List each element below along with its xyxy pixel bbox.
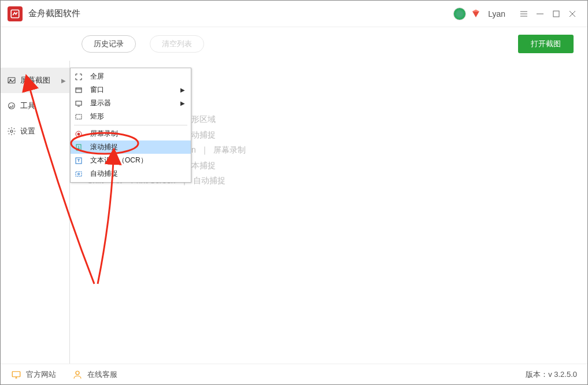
- title-bar: 金舟截图软件 Lyan: [1, 1, 587, 27]
- svg-point-18: [77, 133, 80, 135]
- auto-icon: [75, 171, 84, 177]
- menu-button[interactable]: [516, 6, 532, 22]
- submenu-label: 屏幕录制: [90, 129, 118, 139]
- scroll-icon: [75, 144, 84, 151]
- monitor-icon: [75, 100, 84, 107]
- online-service-link[interactable]: 在线客服: [72, 369, 117, 380]
- chevron-right-icon: ▶: [61, 77, 66, 84]
- app-logo: [8, 6, 23, 21]
- submenu-label: 自动捕捉: [90, 169, 118, 179]
- app-title: 金舟截图软件: [28, 8, 80, 19]
- submenu-scroll-capture[interactable]: 滚动捕捉: [71, 140, 191, 154]
- submenu-fullscreen[interactable]: 全屏: [71, 70, 191, 83]
- record-icon: [75, 131, 84, 138]
- sidebar-item-tools[interactable]: 工具: [1, 93, 69, 119]
- submenu-label: 矩形: [90, 112, 104, 121]
- svg-point-11: [10, 130, 13, 132]
- menu-separator: [74, 125, 187, 125]
- user-avatar[interactable]: [453, 8, 466, 20]
- minimize-button[interactable]: [532, 6, 548, 22]
- submenu-label: 滚动捕捉: [90, 142, 118, 152]
- svg-rect-5: [553, 11, 559, 17]
- submenu-label: 文本识别（OCR）: [90, 156, 147, 165]
- svg-point-27: [76, 371, 79, 375]
- sidebar-item-settings[interactable]: 设置: [1, 119, 69, 144]
- svg-rect-21: [76, 172, 82, 176]
- username-label[interactable]: Lyan: [488, 9, 505, 18]
- window-icon: [75, 87, 84, 94]
- clear-list-button: 清空列表: [150, 35, 204, 53]
- submenu-ocr[interactable]: 文本识别（OCR）: [71, 154, 191, 167]
- wrench-icon: [6, 101, 17, 110]
- history-button[interactable]: 历史记录: [82, 35, 136, 53]
- maximize-button[interactable]: [548, 6, 564, 22]
- close-button[interactable]: [564, 6, 580, 22]
- submenu-rectangle[interactable]: 矩形: [71, 110, 191, 123]
- submenu-label: 全屏: [90, 72, 104, 82]
- submenu-label: 显示器: [90, 98, 111, 108]
- open-capture-button[interactable]: 打开截图: [518, 35, 574, 53]
- sidebar-item-label: 工具: [20, 101, 35, 111]
- sidebar: 屏幕截图 ▶ 工具 设置: [1, 61, 70, 364]
- fullscreen-icon: [75, 73, 84, 80]
- chevron-right-icon: ▶: [180, 87, 185, 93]
- submenu-record[interactable]: 屏幕录制: [71, 127, 191, 140]
- gear-icon: [6, 127, 17, 136]
- svg-point-22: [78, 173, 80, 175]
- official-site-link[interactable]: 官方网站: [11, 369, 56, 380]
- diamond-icon[interactable]: [471, 9, 481, 19]
- svg-rect-16: [76, 114, 82, 119]
- rectangle-icon: [75, 113, 84, 120]
- sidebar-item-label: 屏幕截图: [20, 75, 50, 86]
- submenu-label: 窗口: [90, 85, 104, 95]
- toolbar: 历史记录 清空列表 打开截图: [1, 27, 587, 61]
- submenu-window[interactable]: 窗口 ▶: [71, 83, 191, 97]
- version-label: 版本：v 3.2.5.0: [526, 369, 577, 380]
- svg-rect-12: [76, 88, 82, 92]
- person-icon: [72, 369, 83, 380]
- submenu-auto-capture[interactable]: 自动捕捉: [71, 167, 191, 180]
- image-icon: [6, 76, 17, 85]
- footer: 官方网站 在线客服 版本：v 3.2.5.0: [1, 364, 587, 384]
- text-icon: [75, 157, 84, 164]
- svg-rect-24: [12, 371, 20, 376]
- sidebar-item-screenshot[interactable]: 屏幕截图 ▶: [1, 68, 69, 93]
- screenshot-submenu: 全屏 窗口 ▶ 显示器 ▶ 矩形 屏幕录制 滚动捕捉 文本识别（OCR） 自动捕…: [70, 68, 191, 183]
- sidebar-item-label: 设置: [20, 126, 35, 136]
- svg-rect-14: [76, 101, 82, 105]
- site-icon: [11, 369, 21, 380]
- chevron-right-icon: ▶: [180, 100, 185, 106]
- submenu-monitor[interactable]: 显示器 ▶: [71, 97, 191, 110]
